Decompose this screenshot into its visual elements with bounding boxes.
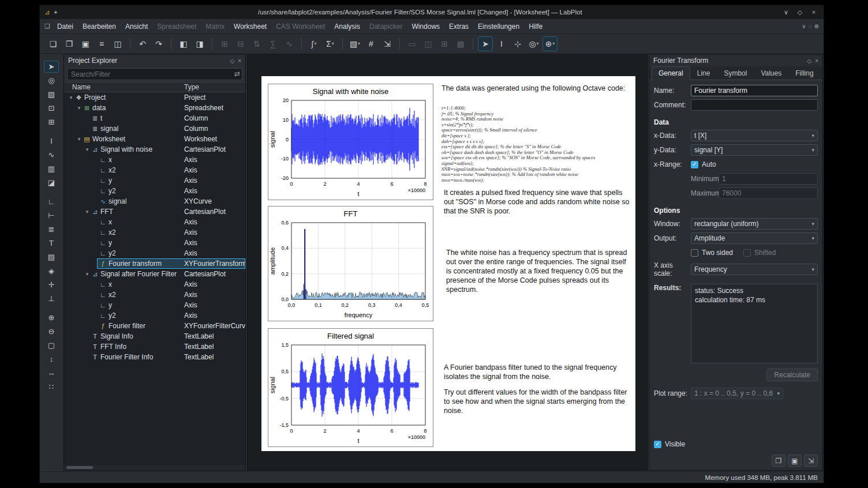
save-document-button[interactable]: ▣ (78, 36, 93, 51)
worksheet-page[interactable]: Signal with white noise0246820100-10-20×… (261, 76, 635, 451)
column-name-header[interactable]: Name (72, 83, 91, 91)
open-document-button[interactable]: ❐ (62, 36, 77, 51)
tab-view-button[interactable]: ◨ (192, 36, 207, 51)
text-cursor-tool-button[interactable]: I (494, 36, 509, 51)
tile-windows-button[interactable]: ◧ (176, 36, 191, 51)
x-data-select[interactable]: t [X] ▾ (691, 130, 818, 141)
add-plot-two-axes-button[interactable]: ◫ (421, 36, 436, 51)
tree-row-signal[interactable]: ∿signalXYCurve (64, 196, 245, 207)
sort-button[interactable]: ⇅ (249, 36, 264, 51)
plot-filtered-signal[interactable]: Filtered signal024681,50,5-0,5-1,5×10000… (268, 328, 433, 447)
tree-row-y2[interactable]: ∟y2Axis (64, 186, 245, 196)
explorer-hscrollbar[interactable] (64, 465, 245, 470)
add-histogram-tool[interactable]: ▥ (44, 163, 59, 175)
add-xy-curve-tool[interactable]: ∿ (44, 149, 59, 161)
y-data-select[interactable]: signal [Y] ▾ (691, 144, 818, 156)
filter-options-icon[interactable]: ⇄ (234, 70, 240, 78)
tree-row-signal-with-noise[interactable]: ▾⊿Signal with noiseCartesianPlot (64, 144, 245, 155)
x-axis-scale-select[interactable]: Frequency ▾ (691, 264, 818, 275)
plot-fft[interactable]: FFT0,00,10,20,30,40,50,60,40,20,0frequen… (268, 206, 433, 321)
tree-row-project[interactable]: ▾❖ProjectProject (64, 92, 245, 103)
output-select[interactable]: Amplitude ▾ (691, 232, 818, 244)
menu-worksheet[interactable]: Worksheet (229, 21, 271, 32)
name-input[interactable]: Fourier transform (691, 85, 818, 96)
save-default-button[interactable]: ⇲ (804, 455, 818, 467)
magnification-button[interactable]: ⊕▾ (542, 36, 558, 51)
recalculate-button[interactable]: Recalculate (766, 369, 818, 381)
new-spreadsheet-tool[interactable]: ⊞ (44, 116, 59, 128)
insert-row-button[interactable]: ⊞ (217, 36, 232, 51)
menu-hilfe[interactable]: Hilfe (524, 21, 547, 32)
tab-line[interactable]: Line (690, 66, 717, 80)
tree-row-y[interactable]: ∟yAxis (64, 175, 245, 186)
select-tool-button[interactable]: ➤ (478, 36, 493, 51)
zoom-in-tool[interactable]: ⊕ (44, 311, 59, 324)
pin-icon[interactable]: ✦ (53, 9, 58, 16)
add-plot-four-axes-button[interactable]: ⊞ (437, 36, 452, 51)
undo-button[interactable]: ↶ (135, 36, 150, 51)
auto-range-checkbox[interactable]: ✓ (691, 161, 698, 168)
tab-filling[interactable]: Filling (788, 66, 820, 80)
zoom-out-tool[interactable]: ⊖ (44, 325, 59, 337)
add-custom-point-tool[interactable]: ✛ (44, 279, 59, 291)
add-reference-line-tool[interactable]: ⊥ (44, 292, 59, 305)
search-filter-input[interactable] (67, 68, 242, 80)
menubar-close-icon[interactable]: ⊗ (814, 23, 819, 29)
visible-checkbox[interactable]: ✓ (654, 441, 661, 448)
tree-row-y[interactable]: ∟yAxis (64, 300, 245, 310)
minimize-button[interactable]: ∨ (781, 9, 791, 16)
octave-code-block[interactable]: t=1:1:4000;f=.05; % Signal frequencynois… (442, 106, 632, 183)
tree-row-fft-info[interactable]: TFFT InfoTextLabel (64, 341, 245, 352)
tree-row-fourier-filter-info[interactable]: TFourier Filter InfoTextLabel (64, 352, 245, 362)
expander-icon[interactable]: ▾ (84, 144, 91, 155)
add-analysis-curve-button[interactable]: ∫▾ (306, 36, 321, 51)
redo-button[interactable]: ↷ (151, 36, 166, 51)
minimum-input[interactable]: 1 (719, 173, 818, 185)
add-data-operation-button[interactable]: Σ▾ (323, 36, 338, 51)
octave-code-heading[interactable]: The data was generated using the followi… (442, 84, 632, 92)
menu-ansicht[interactable]: Ansicht (121, 21, 152, 32)
shifted-checkbox[interactable] (743, 249, 751, 257)
expander-icon[interactable]: ▾ (68, 92, 74, 103)
text-cursor-tool[interactable]: I (44, 135, 59, 147)
zoom-mode-button[interactable]: ▧▾ (347, 36, 362, 51)
add-vertical-axis-tool[interactable]: ⊢ (44, 209, 59, 222)
zoom-select-tool[interactable]: ▧ (44, 88, 59, 100)
menubar-collapse-icon[interactable]: ∨ (802, 23, 806, 29)
snap-grid-button[interactable]: # (364, 36, 379, 51)
shift-horizontal-tool[interactable]: ↔ (44, 367, 59, 379)
print-button[interactable]: ≡ (94, 36, 109, 51)
fft-info-text[interactable]: The white noise has a frequency spectrum… (446, 248, 630, 294)
add-plot-template-button[interactable]: ▦ (453, 36, 468, 51)
menu-extras[interactable]: Extras (444, 21, 473, 32)
select-tool[interactable]: ➤ (44, 61, 59, 73)
zoom-fit-tool[interactable]: ▢ (44, 339, 59, 351)
tree-column-header[interactable]: Name Type (64, 82, 245, 92)
insert-column-button[interactable]: ⊟ (233, 36, 248, 51)
menu-bearbeiten[interactable]: Bearbeiten (78, 21, 121, 32)
close-dock-icon[interactable]: × (238, 58, 241, 64)
filter-hint-text[interactable]: Try out different values for the width o… (444, 388, 631, 415)
menu-analysis[interactable]: Analysis (330, 21, 365, 32)
statistics-button[interactable]: ∑ (265, 36, 280, 51)
zoom-tool-button[interactable]: ◎▾ (526, 36, 541, 51)
crosshair-tool-button[interactable]: ⊹ (510, 36, 525, 51)
float-dock-icon[interactable]: ◇ (807, 58, 811, 64)
tree-row-fourier-transform[interactable]: ƒFourier transformXYFourierTransformCurv… (64, 258, 245, 269)
tree-row-data[interactable]: ▾⊞dataSpreadsheet (64, 103, 245, 113)
filter-info-text[interactable]: A Fourier bandpass filter tuned to the s… (444, 363, 631, 381)
menu-windows[interactable]: Windows (407, 21, 444, 32)
maximize-button[interactable]: ◇ (795, 9, 805, 16)
add-axis-tool[interactable]: ∟ (44, 196, 59, 208)
plot-data-button[interactable]: ∿ (282, 36, 297, 51)
maximum-input[interactable]: 76000 (719, 187, 818, 199)
export-worksheet-button[interactable]: ⇲ (380, 36, 395, 51)
tree-row-x[interactable]: ∟xAxis (64, 217, 245, 227)
expander-icon[interactable]: ▾ (76, 134, 83, 144)
new-document-button[interactable]: ❏ (46, 36, 61, 51)
add-legend-tool[interactable]: ≣ (44, 223, 59, 235)
hscrollbar-thumb[interactable] (66, 466, 93, 469)
add-fit-curve-tool[interactable]: ◪ (44, 177, 59, 189)
close-dock-icon[interactable]: × (815, 58, 818, 64)
menu-datei[interactable]: Datei (53, 21, 78, 32)
